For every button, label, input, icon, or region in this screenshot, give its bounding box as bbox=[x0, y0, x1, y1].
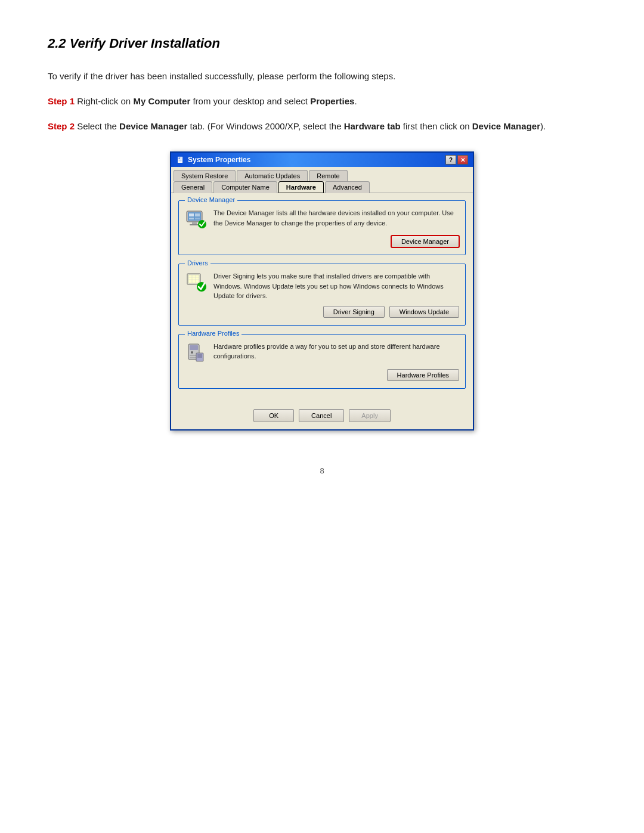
system-properties-dialog: 🖥 System Properties ? ✕ System Restore A… bbox=[170, 151, 474, 431]
cancel-button[interactable]: Cancel bbox=[299, 409, 344, 422]
step1-paragraph: Step 1 Right-click on My Computer from y… bbox=[48, 94, 596, 109]
dialog-wrapper: 🖥 System Properties ? ✕ System Restore A… bbox=[48, 151, 596, 431]
step2-bold2: Hardware tab bbox=[344, 121, 401, 131]
device-manager-inner: The Device Manager lists all the hardwar… bbox=[185, 208, 459, 231]
hardware-profiles-inner: Hardware profiles provide a way for you … bbox=[185, 342, 459, 364]
step2-label: Step 2 bbox=[48, 121, 75, 131]
svg-rect-7 bbox=[195, 218, 200, 219]
step2-paragraph: Step 2 Select the Device Manager tab. (F… bbox=[48, 119, 596, 134]
step2-bold3: Device Manager bbox=[472, 121, 540, 131]
tab-row-top: System Restore Automatic Updates Remote bbox=[171, 167, 473, 181]
dialog-titlebar: 🖥 System Properties ? ✕ bbox=[171, 153, 473, 167]
dialog-content: Device Manager bbox=[171, 193, 473, 404]
dialog-title: System Properties bbox=[188, 156, 250, 164]
intro-paragraph: To verify if the driver has been install… bbox=[48, 69, 596, 83]
section-heading: 2.2 Verify Driver Installation bbox=[48, 36, 596, 51]
device-manager-btn-row: Device Manager bbox=[185, 236, 459, 247]
help-button[interactable]: ? bbox=[445, 155, 456, 165]
svg-point-18 bbox=[191, 351, 193, 354]
tab-general[interactable]: General bbox=[174, 181, 212, 193]
step2-bold1: Device Manager bbox=[119, 121, 187, 131]
hardware-profiles-btn-row: Hardware Profiles bbox=[185, 369, 459, 381]
svg-rect-5 bbox=[195, 213, 200, 216]
svg-rect-22 bbox=[197, 354, 202, 358]
page-number: 8 bbox=[48, 466, 596, 475]
tab-automatic-updates[interactable]: Automatic Updates bbox=[237, 170, 308, 181]
hardware-profiles-section: Hardware Profiles bbox=[178, 334, 466, 389]
hardware-profiles-text: Hardware profiles provide a way for you … bbox=[213, 342, 459, 361]
tab-computer-name[interactable]: Computer Name bbox=[213, 181, 277, 193]
svg-rect-2 bbox=[192, 222, 197, 224]
titlebar-buttons: ? ✕ bbox=[445, 155, 468, 165]
driver-signing-button[interactable]: Driver Signing bbox=[323, 306, 385, 318]
tab-hardware[interactable]: Hardware bbox=[278, 181, 324, 193]
tab-remote[interactable]: Remote bbox=[309, 170, 348, 181]
step1-bold2: Properties bbox=[310, 96, 354, 106]
device-manager-text: The Device Manager lists all the hardwar… bbox=[213, 208, 459, 228]
svg-rect-3 bbox=[190, 224, 199, 225]
dialog-footer: OK Cancel Apply bbox=[171, 404, 473, 429]
tab-system-restore[interactable]: System Restore bbox=[174, 170, 236, 181]
ok-button[interactable]: OK bbox=[253, 409, 294, 422]
hardware-profiles-title: Hardware Profiles bbox=[185, 330, 242, 337]
svg-rect-4 bbox=[189, 213, 194, 216]
titlebar-title-group: 🖥 System Properties bbox=[176, 155, 250, 165]
drivers-icon bbox=[185, 271, 208, 294]
hardware-profiles-icon bbox=[185, 342, 208, 364]
drivers-inner: Driver Signing lets you make sure that i… bbox=[185, 271, 459, 301]
device-manager-section: Device Manager bbox=[178, 200, 466, 255]
drivers-section: Drivers bbox=[178, 264, 466, 326]
svg-rect-17 bbox=[190, 345, 198, 350]
drivers-btn-row: Driver Signing Windows Update bbox=[185, 306, 459, 318]
apply-button[interactable]: Apply bbox=[349, 409, 391, 422]
dialog-icon: 🖥 bbox=[176, 155, 184, 165]
tab-advanced[interactable]: Advanced bbox=[325, 181, 370, 193]
device-manager-title: Device Manager bbox=[185, 196, 237, 203]
step1-label: Step 1 bbox=[48, 96, 75, 106]
windows-update-button[interactable]: Windows Update bbox=[389, 306, 459, 318]
device-manager-button[interactable]: Device Manager bbox=[391, 236, 459, 247]
tab-row-bottom: General Computer Name Hardware Advanced bbox=[171, 181, 473, 193]
svg-rect-10 bbox=[188, 275, 199, 283]
device-manager-icon bbox=[185, 208, 208, 231]
close-button[interactable]: ✕ bbox=[457, 155, 468, 165]
svg-rect-6 bbox=[189, 218, 194, 219]
step1-bold1: My Computer bbox=[133, 96, 190, 106]
drivers-text: Driver Signing lets you make sure that i… bbox=[213, 271, 459, 301]
hardware-profiles-button[interactable]: Hardware Profiles bbox=[387, 369, 459, 381]
drivers-title: Drivers bbox=[185, 259, 210, 267]
